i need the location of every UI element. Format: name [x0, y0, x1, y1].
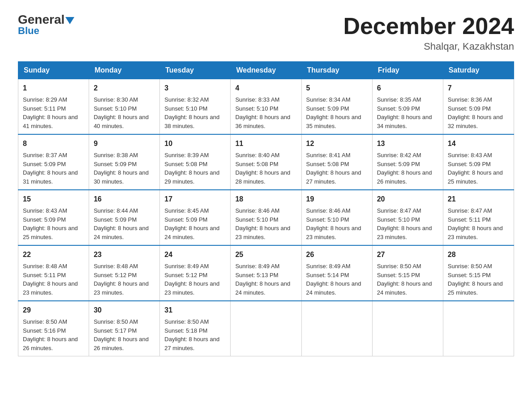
calendar-cell: 8 Sunrise: 8:37 AMSunset: 5:09 PMDayligh… — [18, 134, 89, 190]
calendar-cell: 22 Sunrise: 8:48 AMSunset: 5:11 PMDaylig… — [18, 245, 89, 301]
calendar-cell: 2 Sunrise: 8:30 AMSunset: 5:10 PMDayligh… — [89, 79, 160, 135]
calendar-cell — [231, 301, 301, 356]
calendar-cell: 17 Sunrise: 8:45 AMSunset: 5:09 PMDaylig… — [160, 190, 231, 245]
calendar-cell: 16 Sunrise: 8:44 AMSunset: 5:09 PMDaylig… — [89, 190, 160, 245]
day-of-week-header: Tuesday — [160, 62, 231, 79]
day-number: 19 — [306, 194, 368, 205]
day-of-week-header: Thursday — [301, 62, 372, 79]
day-info: Sunrise: 8:48 AMSunset: 5:11 PMDaylight:… — [23, 263, 78, 296]
day-info: Sunrise: 8:42 AMSunset: 5:09 PMDaylight:… — [377, 152, 432, 185]
calendar-week-row: 15 Sunrise: 8:43 AMSunset: 5:09 PMDaylig… — [18, 190, 514, 245]
day-number: 8 — [23, 138, 84, 149]
day-info: Sunrise: 8:50 AMSunset: 5:16 PMDaylight:… — [23, 318, 78, 351]
page-header: General Blue December 2024 Shalqar, Kaza… — [18, 13, 514, 52]
logo-text: General — [18, 13, 74, 26]
calendar-cell: 4 Sunrise: 8:33 AMSunset: 5:10 PMDayligh… — [231, 79, 301, 135]
calendar-cell: 11 Sunrise: 8:40 AMSunset: 5:08 PMDaylig… — [231, 134, 301, 190]
day-number: 18 — [235, 194, 296, 205]
calendar-cell: 21 Sunrise: 8:47 AMSunset: 5:11 PMDaylig… — [443, 190, 514, 245]
day-info: Sunrise: 8:30 AMSunset: 5:10 PMDaylight:… — [94, 96, 149, 129]
day-info: Sunrise: 8:46 AMSunset: 5:10 PMDaylight:… — [235, 207, 290, 240]
calendar-body: 1 Sunrise: 8:29 AMSunset: 5:11 PMDayligh… — [18, 79, 514, 356]
day-number: 14 — [448, 138, 509, 149]
calendar-cell: 1 Sunrise: 8:29 AMSunset: 5:11 PMDayligh… — [18, 79, 89, 135]
day-number: 2 — [94, 83, 155, 94]
day-info: Sunrise: 8:29 AMSunset: 5:11 PMDaylight:… — [23, 96, 78, 129]
calendar-week-row: 8 Sunrise: 8:37 AMSunset: 5:09 PMDayligh… — [18, 134, 514, 190]
day-number: 10 — [164, 138, 226, 149]
calendar-cell: 9 Sunrise: 8:38 AMSunset: 5:09 PMDayligh… — [89, 134, 160, 190]
day-info: Sunrise: 8:50 AMSunset: 5:15 PMDaylight:… — [448, 263, 503, 296]
calendar-cell: 29 Sunrise: 8:50 AMSunset: 5:16 PMDaylig… — [18, 301, 89, 356]
calendar-cell — [443, 301, 514, 356]
day-number: 15 — [23, 194, 84, 205]
day-of-week-header: Friday — [372, 62, 443, 79]
day-number: 27 — [377, 249, 438, 260]
day-number: 31 — [164, 305, 226, 316]
calendar-cell: 27 Sunrise: 8:50 AMSunset: 5:15 PMDaylig… — [372, 245, 443, 301]
calendar-cell: 20 Sunrise: 8:47 AMSunset: 5:10 PMDaylig… — [372, 190, 443, 245]
day-info: Sunrise: 8:44 AMSunset: 5:09 PMDaylight:… — [94, 207, 149, 240]
calendar-cell: 18 Sunrise: 8:46 AMSunset: 5:10 PMDaylig… — [231, 190, 301, 245]
day-info: Sunrise: 8:43 AMSunset: 5:09 PMDaylight:… — [448, 152, 503, 185]
day-number: 12 — [306, 138, 368, 149]
month-title: December 2024 — [343, 13, 514, 39]
day-number: 30 — [94, 305, 155, 316]
day-info: Sunrise: 8:45 AMSunset: 5:09 PMDaylight:… — [164, 207, 219, 240]
day-number: 1 — [23, 83, 84, 94]
day-of-week-header: Sunday — [18, 62, 89, 79]
day-number: 16 — [94, 194, 155, 205]
day-number: 29 — [23, 305, 84, 316]
title-block: December 2024 Shalqar, Kazakhstan — [343, 13, 514, 52]
calendar-cell: 25 Sunrise: 8:49 AMSunset: 5:13 PMDaylig… — [231, 245, 301, 301]
day-info: Sunrise: 8:37 AMSunset: 5:09 PMDaylight:… — [23, 152, 78, 185]
calendar-cell: 12 Sunrise: 8:41 AMSunset: 5:08 PMDaylig… — [301, 134, 372, 190]
day-number: 5 — [306, 83, 368, 94]
day-info: Sunrise: 8:41 AMSunset: 5:08 PMDaylight:… — [306, 152, 361, 185]
day-info: Sunrise: 8:40 AMSunset: 5:08 PMDaylight:… — [235, 152, 290, 185]
location: Shalqar, Kazakhstan — [343, 41, 514, 52]
calendar-cell: 10 Sunrise: 8:39 AMSunset: 5:08 PMDaylig… — [160, 134, 231, 190]
day-number: 24 — [164, 249, 226, 260]
day-info: Sunrise: 8:48 AMSunset: 5:12 PMDaylight:… — [94, 263, 149, 296]
calendar-week-row: 22 Sunrise: 8:48 AMSunset: 5:11 PMDaylig… — [18, 245, 514, 301]
calendar-cell: 30 Sunrise: 8:50 AMSunset: 5:17 PMDaylig… — [89, 301, 160, 356]
day-number: 26 — [306, 249, 368, 260]
day-number: 28 — [448, 249, 509, 260]
calendar-cell: 13 Sunrise: 8:42 AMSunset: 5:09 PMDaylig… — [372, 134, 443, 190]
calendar-header-row: SundayMondayTuesdayWednesdayThursdayFrid… — [18, 62, 514, 79]
calendar-cell: 31 Sunrise: 8:50 AMSunset: 5:18 PMDaylig… — [160, 301, 231, 356]
day-number: 13 — [377, 138, 438, 149]
calendar-cell: 23 Sunrise: 8:48 AMSunset: 5:12 PMDaylig… — [89, 245, 160, 301]
day-info: Sunrise: 8:33 AMSunset: 5:10 PMDaylight:… — [235, 96, 290, 129]
day-info: Sunrise: 8:32 AMSunset: 5:10 PMDaylight:… — [164, 96, 219, 129]
day-of-week-header: Saturday — [443, 62, 514, 79]
day-number: 17 — [164, 194, 226, 205]
day-info: Sunrise: 8:50 AMSunset: 5:15 PMDaylight:… — [377, 263, 432, 296]
day-number: 21 — [448, 194, 509, 205]
calendar-cell: 3 Sunrise: 8:32 AMSunset: 5:10 PMDayligh… — [160, 79, 231, 135]
day-of-week-header: Monday — [89, 62, 160, 79]
calendar-cell: 15 Sunrise: 8:43 AMSunset: 5:09 PMDaylig… — [18, 190, 89, 245]
day-info: Sunrise: 8:43 AMSunset: 5:09 PMDaylight:… — [23, 207, 78, 240]
day-info: Sunrise: 8:46 AMSunset: 5:10 PMDaylight:… — [306, 207, 361, 240]
day-number: 6 — [377, 83, 438, 94]
day-info: Sunrise: 8:35 AMSunset: 5:09 PMDaylight:… — [377, 96, 432, 129]
day-info: Sunrise: 8:38 AMSunset: 5:09 PMDaylight:… — [94, 152, 149, 185]
day-number: 3 — [164, 83, 226, 94]
calendar-cell: 7 Sunrise: 8:36 AMSunset: 5:09 PMDayligh… — [443, 79, 514, 135]
calendar-cell — [372, 301, 443, 356]
day-number: 7 — [448, 83, 509, 94]
calendar-cell: 14 Sunrise: 8:43 AMSunset: 5:09 PMDaylig… — [443, 134, 514, 190]
calendar-cell: 19 Sunrise: 8:46 AMSunset: 5:10 PMDaylig… — [301, 190, 372, 245]
logo: General Blue — [18, 13, 74, 37]
day-info: Sunrise: 8:36 AMSunset: 5:09 PMDaylight:… — [448, 96, 503, 129]
day-number: 25 — [235, 249, 296, 260]
day-info: Sunrise: 8:49 AMSunset: 5:12 PMDaylight:… — [164, 263, 219, 296]
day-number: 23 — [94, 249, 155, 260]
day-info: Sunrise: 8:39 AMSunset: 5:08 PMDaylight:… — [164, 152, 219, 185]
calendar-week-row: 29 Sunrise: 8:50 AMSunset: 5:16 PMDaylig… — [18, 301, 514, 356]
calendar-cell: 5 Sunrise: 8:34 AMSunset: 5:09 PMDayligh… — [301, 79, 372, 135]
day-number: 4 — [235, 83, 296, 94]
calendar-week-row: 1 Sunrise: 8:29 AMSunset: 5:11 PMDayligh… — [18, 79, 514, 135]
